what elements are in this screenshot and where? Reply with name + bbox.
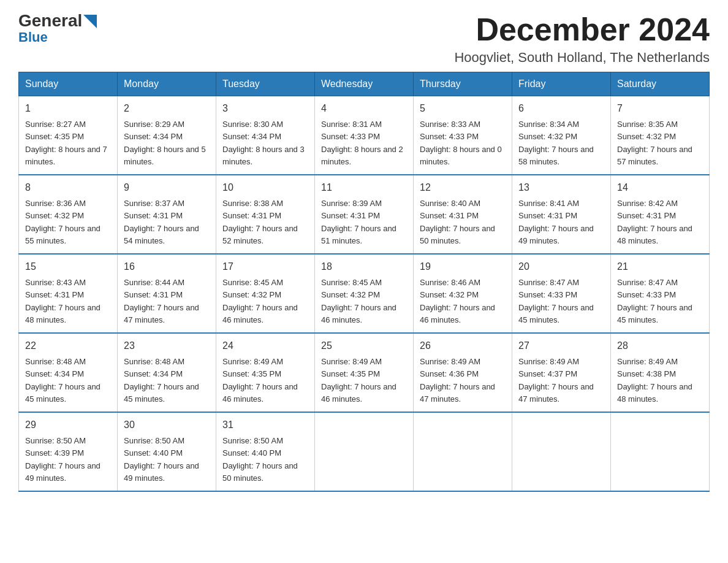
day-info: Sunrise: 8:27 AMSunset: 4:35 PMDaylight:…	[25, 120, 107, 166]
day-info: Sunrise: 8:44 AMSunset: 4:31 PMDaylight:…	[124, 278, 199, 324]
calendar-cell	[611, 412, 710, 491]
logo-blue: Blue	[18, 31, 48, 44]
day-info: Sunrise: 8:49 AMSunset: 4:35 PMDaylight:…	[321, 357, 396, 404]
day-info: Sunrise: 8:43 AMSunset: 4:31 PMDaylight:…	[25, 278, 100, 324]
day-number: 8	[25, 180, 111, 195]
day-number: 31	[222, 418, 308, 432]
day-number: 17	[222, 259, 308, 274]
day-info: Sunrise: 8:38 AMSunset: 4:31 PMDaylight:…	[222, 199, 298, 245]
day-info: Sunrise: 8:49 AMSunset: 4:35 PMDaylight:…	[222, 357, 298, 404]
calendar-cell	[315, 412, 414, 491]
calendar-cell: 28 Sunrise: 8:49 AMSunset: 4:38 PMDaylig…	[611, 333, 710, 412]
day-info: Sunrise: 8:50 AMSunset: 4:40 PMDaylight:…	[222, 436, 298, 483]
subtitle: Hoogvliet, South Holland, The Netherland…	[454, 50, 710, 66]
calendar-cell: 18 Sunrise: 8:45 AMSunset: 4:32 PMDaylig…	[315, 254, 414, 333]
calendar-week-row: 22 Sunrise: 8:48 AMSunset: 4:34 PMDaylig…	[19, 333, 710, 412]
calendar-cell: 9 Sunrise: 8:37 AMSunset: 4:31 PMDayligh…	[118, 175, 216, 254]
weekday-header-sunday: Sunday	[19, 72, 118, 96]
day-info: Sunrise: 8:34 AMSunset: 4:32 PMDaylight:…	[518, 120, 594, 166]
calendar-cell	[414, 412, 512, 491]
day-number: 27	[518, 339, 604, 353]
day-info: Sunrise: 8:45 AMSunset: 4:32 PMDaylight:…	[321, 278, 396, 324]
day-info: Sunrise: 8:37 AMSunset: 4:31 PMDaylight:…	[124, 199, 199, 245]
day-info: Sunrise: 8:40 AMSunset: 4:31 PMDaylight:…	[420, 199, 495, 245]
calendar-cell: 6 Sunrise: 8:34 AMSunset: 4:32 PMDayligh…	[512, 96, 611, 175]
calendar-cell: 11 Sunrise: 8:39 AMSunset: 4:31 PMDaylig…	[315, 175, 414, 254]
calendar-cell	[512, 412, 611, 491]
day-number: 13	[518, 180, 604, 195]
day-info: Sunrise: 8:41 AMSunset: 4:31 PMDaylight:…	[518, 199, 594, 245]
weekday-header-thursday: Thursday	[414, 72, 512, 96]
day-info: Sunrise: 8:42 AMSunset: 4:31 PMDaylight:…	[617, 199, 692, 245]
day-number: 10	[222, 180, 308, 195]
day-number: 25	[321, 339, 407, 353]
calendar-cell: 19 Sunrise: 8:46 AMSunset: 4:32 PMDaylig…	[414, 254, 512, 333]
day-info: Sunrise: 8:50 AMSunset: 4:39 PMDaylight:…	[25, 436, 100, 483]
calendar-cell: 17 Sunrise: 8:45 AMSunset: 4:32 PMDaylig…	[216, 254, 315, 333]
day-info: Sunrise: 8:47 AMSunset: 4:33 PMDaylight:…	[617, 278, 692, 324]
calendar-cell: 7 Sunrise: 8:35 AMSunset: 4:32 PMDayligh…	[611, 96, 710, 175]
header: General Blue December 2024 Hoogvliet, So…	[18, 12, 710, 66]
day-number: 15	[25, 259, 111, 274]
calendar-cell: 2 Sunrise: 8:29 AMSunset: 4:34 PMDayligh…	[118, 96, 216, 175]
day-info: Sunrise: 8:31 AMSunset: 4:33 PMDaylight:…	[321, 120, 403, 166]
calendar-cell: 12 Sunrise: 8:40 AMSunset: 4:31 PMDaylig…	[414, 175, 512, 254]
calendar-week-row: 8 Sunrise: 8:36 AMSunset: 4:32 PMDayligh…	[19, 175, 710, 254]
day-number: 2	[124, 101, 210, 116]
calendar-cell: 16 Sunrise: 8:44 AMSunset: 4:31 PMDaylig…	[118, 254, 216, 333]
calendar-cell: 15 Sunrise: 8:43 AMSunset: 4:31 PMDaylig…	[19, 254, 118, 333]
day-info: Sunrise: 8:33 AMSunset: 4:33 PMDaylight:…	[420, 120, 502, 166]
day-number: 28	[617, 339, 703, 353]
calendar-body: 1 Sunrise: 8:27 AMSunset: 4:35 PMDayligh…	[19, 96, 710, 492]
calendar-cell: 25 Sunrise: 8:49 AMSunset: 4:35 PMDaylig…	[315, 333, 414, 412]
day-number: 4	[321, 101, 407, 116]
day-info: Sunrise: 8:50 AMSunset: 4:40 PMDaylight:…	[124, 436, 199, 483]
day-number: 20	[518, 259, 604, 274]
day-info: Sunrise: 8:39 AMSunset: 4:31 PMDaylight:…	[321, 199, 396, 245]
calendar-week-row: 1 Sunrise: 8:27 AMSunset: 4:35 PMDayligh…	[19, 96, 710, 175]
calendar-cell: 22 Sunrise: 8:48 AMSunset: 4:34 PMDaylig…	[19, 333, 118, 412]
day-number: 18	[321, 259, 407, 274]
title-area: December 2024 Hoogvliet, South Holland, …	[454, 12, 710, 66]
calendar-cell: 20 Sunrise: 8:47 AMSunset: 4:33 PMDaylig…	[512, 254, 611, 333]
logo: General Blue	[18, 12, 97, 44]
day-info: Sunrise: 8:49 AMSunset: 4:37 PMDaylight:…	[518, 357, 594, 404]
calendar-cell: 23 Sunrise: 8:48 AMSunset: 4:34 PMDaylig…	[118, 333, 216, 412]
day-number: 16	[124, 259, 210, 274]
day-number: 21	[617, 259, 703, 274]
day-number: 5	[420, 101, 506, 116]
weekday-header-row: SundayMondayTuesdayWednesdayThursdayFrid…	[19, 72, 710, 96]
calendar-cell: 24 Sunrise: 8:49 AMSunset: 4:35 PMDaylig…	[216, 333, 315, 412]
day-number: 12	[420, 180, 506, 195]
calendar-cell: 10 Sunrise: 8:38 AMSunset: 4:31 PMDaylig…	[216, 175, 315, 254]
calendar-cell: 31 Sunrise: 8:50 AMSunset: 4:40 PMDaylig…	[216, 412, 315, 491]
calendar-header: SundayMondayTuesdayWednesdayThursdayFrid…	[19, 72, 710, 96]
calendar-week-row: 29 Sunrise: 8:50 AMSunset: 4:39 PMDaylig…	[19, 412, 710, 491]
weekday-header-friday: Friday	[512, 72, 611, 96]
day-number: 22	[25, 339, 111, 353]
calendar-cell: 3 Sunrise: 8:30 AMSunset: 4:34 PMDayligh…	[216, 96, 315, 175]
day-info: Sunrise: 8:35 AMSunset: 4:32 PMDaylight:…	[617, 120, 692, 166]
calendar-cell: 26 Sunrise: 8:49 AMSunset: 4:36 PMDaylig…	[414, 333, 512, 412]
day-info: Sunrise: 8:49 AMSunset: 4:38 PMDaylight:…	[617, 357, 692, 404]
day-number: 19	[420, 259, 506, 274]
day-info: Sunrise: 8:45 AMSunset: 4:32 PMDaylight:…	[222, 278, 298, 324]
day-info: Sunrise: 8:47 AMSunset: 4:33 PMDaylight:…	[518, 278, 594, 324]
day-info: Sunrise: 8:36 AMSunset: 4:32 PMDaylight:…	[25, 199, 100, 245]
calendar-cell: 4 Sunrise: 8:31 AMSunset: 4:33 PMDayligh…	[315, 96, 414, 175]
calendar-cell: 30 Sunrise: 8:50 AMSunset: 4:40 PMDaylig…	[118, 412, 216, 491]
day-number: 30	[124, 418, 210, 432]
day-info: Sunrise: 8:29 AMSunset: 4:34 PMDaylight:…	[124, 120, 206, 166]
calendar-week-row: 15 Sunrise: 8:43 AMSunset: 4:31 PMDaylig…	[19, 254, 710, 333]
day-number: 11	[321, 180, 407, 195]
weekday-header-monday: Monday	[118, 72, 216, 96]
day-number: 1	[25, 101, 111, 116]
calendar-cell: 27 Sunrise: 8:49 AMSunset: 4:37 PMDaylig…	[512, 333, 611, 412]
weekday-header-saturday: Saturday	[611, 72, 710, 96]
day-info: Sunrise: 8:46 AMSunset: 4:32 PMDaylight:…	[420, 278, 495, 324]
day-number: 23	[124, 339, 210, 353]
weekday-header-tuesday: Tuesday	[216, 72, 315, 96]
day-number: 9	[124, 180, 210, 195]
calendar-cell: 8 Sunrise: 8:36 AMSunset: 4:32 PMDayligh…	[19, 175, 118, 254]
logo-general: General	[18, 12, 82, 29]
